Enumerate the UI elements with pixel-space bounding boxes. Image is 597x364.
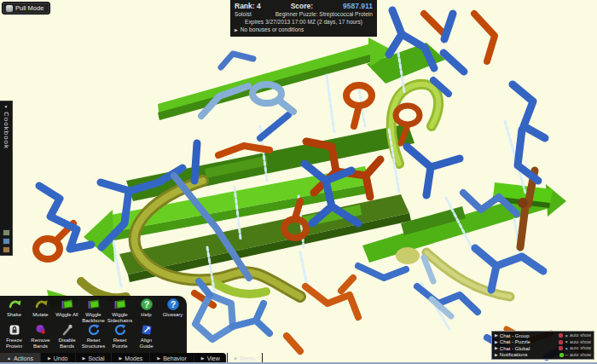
chat-status-icon (559, 346, 563, 350)
wiggle-all-icon (61, 298, 74, 311)
expand-arrow-icon: ▶ (495, 353, 498, 357)
puzzle-title: Beginner Puzzle: Streptococcal Protein (275, 11, 373, 19)
wiggle-backbone-icon (87, 298, 101, 311)
expand-arrow-icon: ▶ (495, 333, 498, 338)
svg-text:?: ? (170, 300, 175, 309)
chat-panel: ▶ Chat - Group × auto show ▶ Chat - Puzz… (491, 331, 594, 360)
bonuses-text: No bonuses or conditions (241, 26, 304, 34)
cookbook-tab[interactable]: ▼ Cookbook (0, 101, 13, 256)
chat-status-icon (559, 340, 563, 344)
wiggle-sidechains-icon (113, 298, 127, 311)
align-guide-icon (140, 323, 154, 337)
beta-sheets (47, 38, 566, 309)
wiggle-backbone-button[interactable]: Wiggle Backbone (80, 298, 107, 323)
expand-arrow-icon: ▶ (235, 27, 238, 33)
pull-hand-icon (6, 5, 13, 12)
notifications-status-icon (559, 353, 564, 357)
score-panel: Rank: 4 Score: 9587.911 Soloist Beginner… (230, 0, 377, 37)
chat-global-row[interactable]: ▶ Chat - Global × auto show (495, 346, 591, 351)
glossary-icon: ? (166, 298, 180, 311)
pull-mode-button[interactable]: Pull Mode (2, 2, 50, 14)
autoshow-toggle[interactable]: × (565, 346, 568, 351)
freeze-protein-button[interactable]: Freeze Protein (1, 323, 27, 349)
remove-bands-icon (34, 323, 48, 337)
foldit-app: Pull Mode Rank: 4 Score: 9587.911 Solois… (0, 0, 597, 364)
rank: Rank: 4 (235, 2, 261, 11)
reset-structures-icon (87, 323, 101, 337)
actions-row-2: Freeze Protein Remove Bands Disable Band… (1, 323, 187, 349)
help-icon: ? (140, 298, 154, 311)
cookbook-label: Cookbook (3, 112, 10, 228)
cookbook-script-icon[interactable] (3, 238, 10, 245)
mode-label: Soloist (235, 11, 252, 19)
autoshow-toggle[interactable]: × (565, 339, 568, 344)
reset-puzzle-button[interactable]: Reset Puzzle (107, 323, 133, 349)
cookbook-book-icon[interactable] (3, 246, 10, 253)
disable-bands-button[interactable]: Disable Bands (54, 323, 80, 349)
reset-puzzle-icon (113, 323, 127, 337)
autoshow-toggle[interactable]: × (565, 333, 568, 338)
score-value: 9587.911 (343, 2, 373, 11)
freeze-icon (8, 323, 21, 337)
remove-bands-button[interactable]: Remove Bands (27, 323, 54, 349)
actions-row-1: Shake Mutate Wiggle All (1, 298, 187, 323)
wiggle-sidechains-button[interactable]: Wiggle Sidechains (107, 298, 133, 323)
cookbook-arrow-icon: ▼ (4, 104, 9, 109)
actions-panel: Shake Mutate Wiggle All (0, 296, 187, 353)
bonuses-row[interactable]: ▶ No bonuses or conditions (235, 26, 373, 34)
score-label: Score: (291, 2, 313, 11)
wiggle-all-button[interactable]: Wiggle All (54, 298, 80, 323)
shake-icon (8, 298, 21, 311)
svg-text:?: ? (143, 300, 148, 309)
chat-group-row[interactable]: ▶ Chat - Group × auto show (495, 333, 591, 338)
expand-arrow-icon: ▶ (495, 340, 498, 344)
align-guide-button[interactable]: Align Guide (133, 323, 159, 349)
notifications-row[interactable]: ▶ Notifications – auto show (495, 352, 591, 357)
mutate-icon (34, 298, 48, 311)
help-button[interactable]: ? Help (133, 298, 159, 323)
glossary-button[interactable]: ? Glossary (159, 298, 186, 323)
pull-mode-label: Pull Mode (15, 4, 43, 12)
chat-status-icon (559, 333, 563, 338)
mutate-button[interactable]: Mutate (27, 298, 54, 323)
expires-text: Expires 3/27/2013 17:00 MZ (2 days, 17 h… (235, 19, 373, 26)
disable-bands-icon (61, 323, 74, 337)
reset-structures-button[interactable]: Reset Structures (80, 323, 107, 349)
cookbook-recipe-icon[interactable] (3, 229, 10, 236)
autoshow-toggle[interactable]: – (565, 352, 568, 357)
expand-arrow-icon: ▶ (495, 346, 498, 350)
shake-button[interactable]: Shake (1, 298, 27, 323)
chat-puzzle-row[interactable]: ▶ Chat - Puzzle × auto show (495, 339, 591, 344)
